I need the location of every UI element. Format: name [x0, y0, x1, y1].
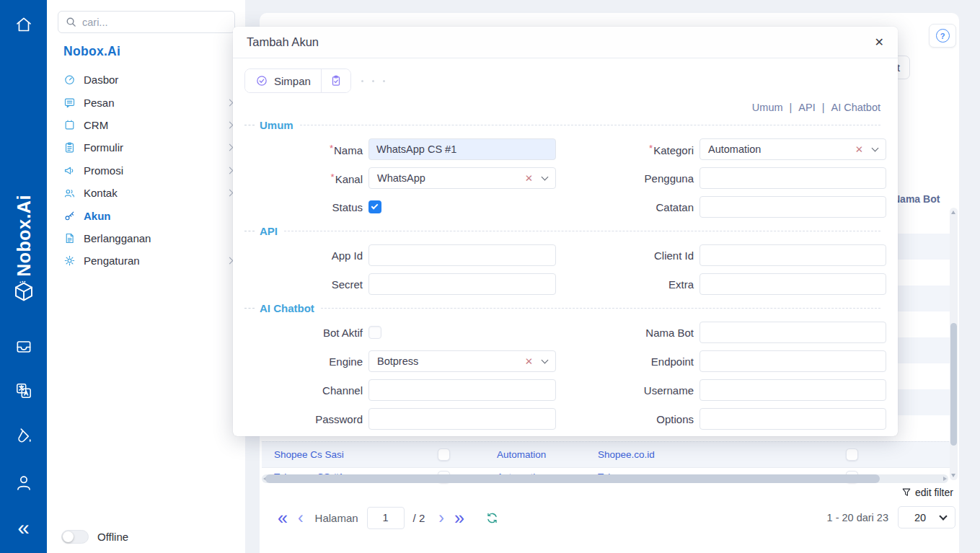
vertical-scrollbar[interactable]: [950, 208, 958, 480]
modal-toolbar: Simpan: [244, 68, 886, 93]
drag-handle-dots: [361, 80, 385, 82]
save-and-copy-button[interactable]: [322, 69, 350, 92]
chevron-down-icon: [542, 357, 549, 364]
save-button[interactable]: Simpan: [245, 69, 321, 92]
nama-input[interactable]: [368, 138, 556, 160]
row-checkbox[interactable]: [438, 448, 450, 461]
scroll-up-arrow[interactable]: [951, 211, 955, 214]
kategori-label: *Kategori: [574, 143, 699, 156]
scroll-right-arrow[interactable]: [943, 477, 947, 481]
horizontal-scrollbar[interactable]: [262, 474, 948, 483]
sidebar-item-pengaturan[interactable]: Pengaturan: [47, 249, 245, 272]
prev-page-button[interactable]: ‹: [298, 508, 304, 527]
modal-body: Simpan Umum | API | AI Chatbot Umum *Nam…: [233, 58, 898, 430]
refresh-button[interactable]: [485, 511, 499, 525]
sidebar-search[interactable]: [58, 11, 235, 33]
status-checkbox[interactable]: [368, 200, 381, 213]
clear-icon[interactable]: ✕: [525, 172, 533, 184]
modal-header: Tambah Akun ✕: [233, 27, 898, 58]
tambah-akun-modal: Tambah Akun ✕ Simpan Umum | API | AI Cha…: [233, 27, 898, 436]
chevron-down-icon: [939, 512, 947, 520]
table-header-nama-bot: Nama Bot: [893, 193, 940, 205]
sidebar-item-label: Akun: [84, 210, 111, 222]
message-icon: [63, 97, 76, 109]
collapse-sidebar-icon[interactable]: «: [17, 518, 29, 539]
clear-icon[interactable]: ✕: [525, 355, 533, 367]
row-kanal: Shopee.co.id: [598, 442, 655, 468]
nama-bot-input[interactable]: [699, 322, 886, 343]
required-marker: *: [331, 172, 335, 182]
theme-paint-icon[interactable]: [14, 428, 33, 446]
section-header-api: API: [244, 225, 886, 237]
extra-label: Extra: [574, 278, 699, 291]
profile-icon[interactable]: [14, 473, 33, 492]
clear-icon[interactable]: ✕: [855, 143, 863, 155]
section-header-umum: Umum: [244, 119, 886, 131]
sidebar-item-label: Formulir: [84, 141, 123, 154]
extra-input[interactable]: [699, 273, 886, 295]
sidebar-item-label: CRM: [84, 119, 108, 131]
bot-aktif-checkbox[interactable]: [368, 326, 381, 339]
page-number-input[interactable]: [367, 507, 405, 529]
megaphone-icon: [63, 164, 76, 177]
home-icon[interactable]: [14, 14, 33, 34]
nav-link-umum[interactable]: Umum: [752, 102, 783, 113]
first-page-button[interactable]: «: [278, 508, 288, 527]
offline-toggle[interactable]: [61, 530, 89, 544]
search-input[interactable]: [82, 17, 227, 28]
sidebar-item-akun[interactable]: Akun: [47, 204, 245, 226]
funnel-icon: [901, 487, 911, 497]
sidebar-item-promosi[interactable]: Promosi: [47, 159, 245, 182]
clipboard-check-icon: [330, 74, 343, 87]
nama-bot-label: Nama Bot: [574, 327, 699, 339]
sidebar-item-kontak[interactable]: Kontak: [47, 182, 245, 204]
sidebar-item-formulir[interactable]: Formulir: [47, 136, 245, 159]
engine-select[interactable]: Botpress ✕: [368, 350, 556, 372]
row-checkbox[interactable]: [846, 448, 858, 461]
last-page-button[interactable]: »: [454, 508, 464, 527]
vertical-scroll-thumb[interactable]: [950, 323, 957, 446]
close-icon[interactable]: ✕: [875, 35, 884, 49]
sidebar-item-berlangganan[interactable]: Berlangganan: [47, 227, 245, 249]
secret-input[interactable]: [368, 273, 556, 295]
app-id-input[interactable]: [368, 244, 556, 266]
nav-link-ai-chatbot[interactable]: AI Chatbot: [831, 102, 880, 113]
sidebar-item-crm[interactable]: CRM: [47, 114, 245, 136]
nav-link-api[interactable]: API: [798, 102, 815, 113]
edit-filter-button[interactable]: edit filter: [901, 487, 953, 498]
password-input[interactable]: [368, 408, 556, 430]
sidebar-item-pesan[interactable]: Pesan: [47, 91, 245, 113]
options-input[interactable]: [699, 408, 886, 430]
chevron-right-icon: [226, 167, 234, 174]
nav-separator: |: [790, 102, 793, 113]
row-name[interactable]: Shopee Cs Sasi: [274, 442, 344, 468]
section-header-ai-chatbot: AI Chatbot: [244, 302, 886, 314]
page-size-select[interactable]: 20: [898, 506, 955, 528]
rail-vertical-brand: Nobox.Ai: [14, 195, 35, 277]
chevron-down-icon: [872, 145, 879, 152]
username-input[interactable]: [699, 379, 886, 401]
kategori-select[interactable]: Automation ✕: [699, 138, 886, 160]
table-row-shopee[interactable]: Shopee Cs Sasi Automation Shopee.co.id: [262, 441, 950, 467]
endpoint-input[interactable]: [699, 350, 886, 372]
translate-icon[interactable]: [14, 381, 33, 400]
kanal-select[interactable]: WhatsApp ✕: [368, 167, 556, 189]
sidebar-item-dasbor[interactable]: Dasbor: [47, 68, 245, 91]
engine-label: Engine: [244, 355, 368, 368]
sidebar-brand: Nobox.Ai: [63, 44, 120, 59]
help-button[interactable]: ?: [929, 24, 956, 48]
status-label: Status: [244, 201, 368, 213]
pengguna-input[interactable]: [699, 167, 886, 189]
channel-input[interactable]: [368, 379, 556, 401]
inbox-icon[interactable]: [14, 337, 33, 356]
catatan-label: Catatan: [574, 201, 699, 213]
client-id-input[interactable]: [699, 244, 886, 266]
scroll-down-arrow[interactable]: [951, 474, 955, 477]
endpoint-label: Endpoint: [574, 355, 699, 368]
chevron-right-icon: [226, 122, 234, 129]
nobox-logo-icon[interactable]: [12, 280, 35, 304]
catatan-input[interactable]: [699, 196, 886, 218]
results-range: 1 - 20 dari 23: [827, 512, 888, 523]
next-page-button[interactable]: ›: [438, 508, 444, 527]
horizontal-scroll-thumb[interactable]: [265, 474, 880, 483]
